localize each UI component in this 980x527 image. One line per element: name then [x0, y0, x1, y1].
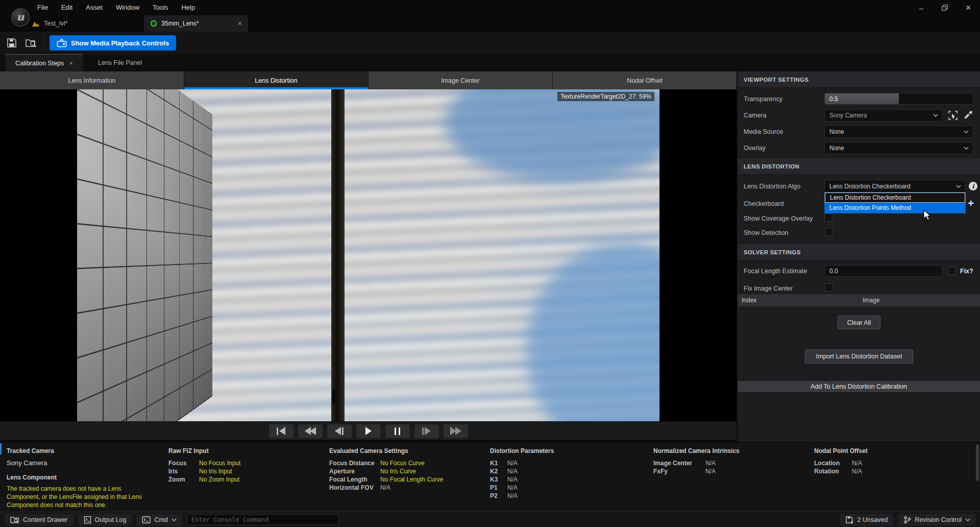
browse-to-asset-button[interactable] [23, 35, 39, 51]
skip-to-start-button[interactable] [269, 424, 293, 438]
lens-distortion-header: LENS DISTORTION [738, 158, 980, 175]
menu-help[interactable]: Help [175, 0, 202, 15]
calibration-settings-panel: VIEWPORT SETTINGS Transparency 0.5 Camer… [737, 71, 980, 442]
camera-label: Camera [744, 112, 766, 119]
media-playback-bar [0, 421, 737, 440]
dark-marker [332, 390, 336, 404]
tracked-camera-value: Sony Camera [7, 459, 156, 467]
checkerboard-label: Checkerboard [744, 200, 784, 207]
plus-icon[interactable]: + [968, 199, 974, 208]
clear-all-button[interactable]: Clear All [838, 316, 880, 329]
overlay-dropdown[interactable]: None [824, 142, 973, 154]
pause-button[interactable] [385, 424, 410, 438]
status-bar: Content Drawer Output Log Cmd [0, 512, 980, 527]
eyedropper-icon[interactable] [964, 110, 973, 119]
show-detection-checkbox[interactable] [824, 228, 832, 236]
menu-asset[interactable]: Asset [79, 0, 109, 15]
lens-asset-icon [150, 20, 157, 27]
fix-image-center-checkbox[interactable] [824, 283, 832, 292]
calibration-table-header: Index Image [738, 294, 980, 306]
tab-lens-file-panel[interactable]: Lens File Panel [87, 54, 153, 71]
restore-icon [942, 5, 948, 11]
terminal-icon [142, 516, 151, 523]
transparency-label: Transparency [744, 95, 782, 103]
step-tab-image-center[interactable]: Image Center [369, 71, 552, 89]
step-forward-button[interactable] [414, 424, 439, 438]
fast-forward-button[interactable] [444, 424, 468, 438]
mouse-cursor [923, 209, 932, 222]
play-button[interactable] [356, 424, 381, 438]
simulcam-viewport: TextureRenderTarget2D_27: 59% [0, 89, 737, 421]
step-tab-nodal-offset[interactable]: Nodal Offset [553, 71, 737, 89]
solver-settings-header: SOLVER SETTINGS [738, 244, 980, 260]
raw-fiz-column: Raw FIZ Input FocusNo Focus Input IrisNo… [168, 447, 240, 484]
step-tab-lens-distortion[interactable]: Lens Distortion [184, 71, 368, 89]
render-target-label: TextureRenderTarget2D_27: 59% [557, 92, 654, 101]
chevron-down-icon [172, 518, 177, 521]
show-coverage-overlay-checkbox[interactable] [824, 213, 832, 222]
save-icon [6, 37, 17, 49]
step-back-button[interactable] [327, 424, 352, 438]
menu-edit[interactable]: Edit [55, 0, 79, 15]
tab-test-lvl[interactable]: Test_lvl* [32, 15, 68, 32]
pick-actor-icon[interactable] [948, 110, 958, 121]
content-drawer-button[interactable]: Content Drawer [5, 514, 74, 526]
calibration-step-tabs: Lens Information Lens Distortion Image C… [0, 71, 737, 89]
tracked-camera-column: Tracked Camera Sony Camera Lens Componen… [7, 447, 156, 509]
media-status-panel: Tracked Camera Sony Camera Lens Componen… [0, 442, 980, 512]
transparency-slider[interactable]: 0.5 [824, 93, 973, 105]
info-icon[interactable]: i [969, 182, 977, 190]
camera-intrinsics-column: Normalized Camera Intrinsics Image Cente… [653, 447, 740, 475]
lens-distortion-algo-dropdown[interactable]: Lens Distortion Checkerboard [824, 180, 966, 193]
algo-dropdown-list: Lens Distortion Checkerboard Lens Distor… [824, 192, 966, 213]
close-tab-icon[interactable]: × [238, 19, 242, 28]
import-lens-distortion-dataset-button[interactable]: Import Lens Distortion Dataset [805, 349, 913, 364]
media-source-dropdown[interactable]: None [824, 126, 973, 138]
unreal-editor-window: u File Edit Asset Window Tools Help – × … [0, 0, 980, 527]
panel-scrollbar[interactable] [976, 444, 979, 481]
fix-image-center-label: Fix Image Center [744, 285, 793, 292]
algo-option-points-method[interactable]: Lens Distortion Points Method [825, 203, 965, 213]
tab-35mm-lens[interactable]: 35mm_Lens* × [144, 15, 248, 32]
content-drawer-icon [10, 516, 19, 524]
cmd-selector[interactable]: Cmd [136, 514, 182, 526]
chevron-down-icon [964, 130, 969, 133]
revision-control-button[interactable]: Revision Control [898, 514, 976, 526]
restore-button[interactable] [933, 0, 957, 15]
branch-icon [903, 516, 911, 524]
rewind-button[interactable] [298, 424, 323, 438]
show-coverage-overlay-label: Show Coverage Overlay [744, 215, 813, 222]
focal-length-estimate-field[interactable]: 0.0 [824, 265, 943, 277]
minimize-button[interactable]: – [910, 0, 933, 15]
evaluated-settings-column: Evaluated Camera Settings Focus Distance… [329, 447, 443, 492]
step-tab-lens-information[interactable]: Lens Information [0, 71, 184, 89]
unsaved-assets-button[interactable]: 2 Unsaved [840, 514, 894, 526]
tab-calibration-steps[interactable]: Calibration Steps × [5, 54, 83, 71]
menu-bar: u File Edit Asset Window Tools Help – × [0, 0, 980, 15]
camera-dropdown[interactable]: Sony Camera [824, 109, 943, 122]
fix-focal-checkbox[interactable] [948, 267, 956, 275]
close-window-button[interactable]: × [957, 0, 980, 15]
unreal-logo-icon[interactable]: u [11, 8, 30, 27]
focus-accent [0, 443, 2, 454]
show-media-playback-button[interactable]: Show Media Playback Controls [50, 35, 176, 51]
toolbar-separator [44, 35, 44, 51]
image-column-header[interactable]: Image [859, 297, 879, 304]
fix-label: Fix? [960, 268, 973, 275]
index-column-header[interactable]: Index [738, 297, 858, 304]
algo-option-checkerboard[interactable]: Lens Distortion Checkerboard [825, 193, 965, 203]
asset-tab-bar: Test_lvl* 35mm_Lens* × [0, 15, 980, 32]
add-to-lens-distortion-calibration-button[interactable]: Add To Lens Distortion Calibration [738, 381, 980, 392]
media-source-label: Media Source [744, 128, 783, 135]
output-log-button[interactable]: Output Log [78, 514, 132, 526]
checkerboard-wall [77, 89, 342, 421]
console-command-input[interactable] [187, 514, 339, 525]
menu-window[interactable]: Window [109, 0, 146, 15]
save-button[interactable] [4, 35, 19, 51]
menu-file[interactable]: File [31, 0, 55, 15]
close-tab-icon[interactable]: × [69, 59, 73, 67]
save-badge-icon [845, 516, 854, 524]
nodal-point-offset-column: Nodal Point Offset LocationN/A RotationN… [814, 447, 868, 475]
menu-tools[interactable]: Tools [146, 0, 175, 15]
level-asset-icon [32, 20, 40, 28]
